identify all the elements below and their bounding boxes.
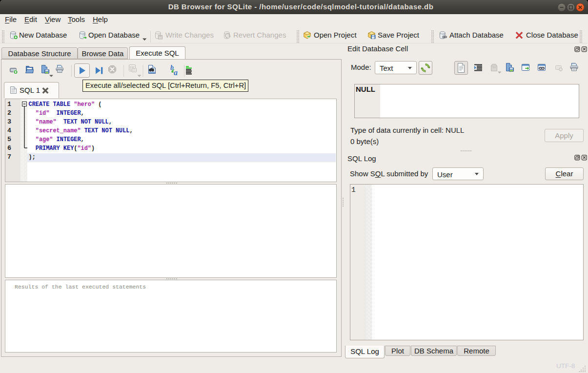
svg-text:a: a [174, 68, 178, 77]
